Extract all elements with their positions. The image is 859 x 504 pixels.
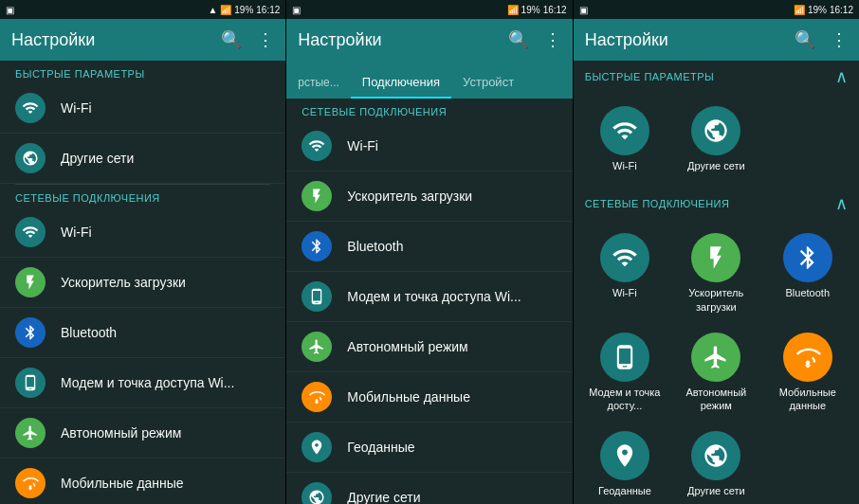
grid-boost-3[interactable]: Ускоритель загрузки xyxy=(672,225,759,321)
geo-label-2: Геоданные xyxy=(347,440,414,455)
list-item-othernet-2[interactable]: Другие сети xyxy=(286,473,572,504)
bt-icon-1 xyxy=(15,317,46,348)
page-title-3: Настройки xyxy=(585,30,795,50)
net-section-header-2: СЕТЕВЫЕ ПОДКЛЮЧЕНИЯ xyxy=(286,99,572,121)
list-item-wifi-1[interactable]: Wi-Fi xyxy=(0,207,285,258)
top-bar-icons-3: 🔍 ⋮ xyxy=(795,29,848,50)
quick-othernet-label-1: Другие сети xyxy=(61,151,134,166)
othernet-grid-icon-3 xyxy=(691,431,740,480)
status-left-3: ▣ xyxy=(579,5,588,15)
status-right-3: 📶 19% 16:12 xyxy=(794,5,853,15)
list-item-quick-othernet-1[interactable]: Другие сети xyxy=(0,134,285,184)
list-item-modem-2[interactable]: Модем и точка доступа Wi... xyxy=(286,272,572,322)
battery-level-2: 19% xyxy=(521,5,540,15)
status-right-2: 📶 19% 16:12 xyxy=(507,5,567,15)
time-2: 16:12 xyxy=(543,5,567,15)
search-icon-3[interactable]: 🔍 xyxy=(795,29,815,50)
more-icon-2[interactable]: ⋮ xyxy=(544,29,561,50)
status-right-1: ▲ 📶 19% 16:12 xyxy=(208,5,280,15)
bt-grid-icon-3 xyxy=(783,233,832,282)
battery-level-3: 19% xyxy=(808,5,827,15)
net-collapse-icon-3[interactable]: ∧ xyxy=(835,193,848,214)
list-item-airplane-1[interactable]: Автономный режим xyxy=(0,408,285,459)
tab-connections-2[interactable]: Подключения xyxy=(351,67,451,99)
panel-3: ▣ 📶 19% 16:12 Настройки 🔍 ⋮ БЫСТРЫЕ ПАРА… xyxy=(574,0,859,504)
more-icon-3[interactable]: ⋮ xyxy=(831,29,848,50)
quick-section-row-3: БЫСТРЫЕ ПАРАМЕТРЫ ∧ xyxy=(574,61,859,91)
list-item-mobile-2[interactable]: Мобильные данные xyxy=(286,372,572,423)
list-item-boost-2[interactable]: Ускоритель загрузки xyxy=(286,171,572,222)
page-title-1: Настройки xyxy=(11,30,221,50)
wifi-grid-label-3: Wi-Fi xyxy=(612,286,637,299)
sim-icon-3: ▣ xyxy=(579,5,588,15)
list-item-geo-2[interactable]: Геоданные xyxy=(286,423,572,473)
modem-grid-icon-3 xyxy=(600,333,649,382)
boost-grid-icon-3 xyxy=(691,233,740,282)
net-section-row-3: СЕТЕВЫЕ ПОДКЛЮЧЕНИЯ ∧ xyxy=(574,188,859,218)
grid-wifi-quick-3[interactable]: Wi-Fi xyxy=(581,99,668,180)
grid-mobile-3[interactable]: Мобильные данные xyxy=(764,325,851,421)
grid-wifi-3[interactable]: Wi-Fi xyxy=(581,225,668,321)
wifi-label-2: Wi-Fi xyxy=(347,138,378,153)
grid-othernet-quick-3[interactable]: Другие сети xyxy=(672,99,759,180)
modem-icon-1 xyxy=(15,368,46,398)
quick-collapse-icon-3[interactable]: ∧ xyxy=(835,66,848,87)
status-bar-1: ▣ ▲ 📶 19% 16:12 xyxy=(0,0,285,19)
search-icon-1[interactable]: 🔍 xyxy=(221,29,242,50)
list-item-boost-1[interactable]: Ускоритель загрузки xyxy=(0,258,285,308)
modem-label-1: Модем и точка доступа Wi... xyxy=(61,375,234,390)
othernet-grid-icon-quick-3 xyxy=(691,106,740,155)
bt-label-1: Bluetooth xyxy=(61,325,117,340)
boost-label-2: Ускоритель загрузки xyxy=(347,189,472,204)
list-item-wifi-2[interactable]: Wi-Fi xyxy=(286,121,572,171)
airplane-grid-label-3: Автономный режим xyxy=(676,386,756,413)
grid-geo-3[interactable]: Геоданные xyxy=(581,423,668,504)
status-left-2: ▣ xyxy=(292,5,301,15)
search-icon-2[interactable]: 🔍 xyxy=(508,29,529,50)
list-item-modem-1[interactable]: Модем и точка доступа Wi... xyxy=(0,358,285,408)
top-bar-3: Настройки 🔍 ⋮ xyxy=(574,19,859,61)
grid-othernet-3[interactable]: Другие сети xyxy=(672,423,759,504)
grid-bt-3[interactable]: Bluetooth xyxy=(764,225,851,321)
scroll-content-3: БЫСТРЫЕ ПАРАМЕТРЫ ∧ Wi-Fi Другие сети СЕ… xyxy=(574,61,859,504)
list-item-bt-1[interactable]: Bluetooth xyxy=(0,308,285,358)
othernet-icon-quick-1 xyxy=(15,143,46,173)
boost-icon-1 xyxy=(15,267,46,297)
airplane-label-2: Автономный режим xyxy=(347,339,467,354)
sim-icon-2: ▣ xyxy=(292,5,301,15)
geo-icon-2 xyxy=(302,432,332,462)
quick-section-header-3: БЫСТРЫЕ ПАРАМЕТРЫ xyxy=(585,71,715,82)
mobile-icon-2 xyxy=(302,382,332,412)
mobile-label-2: Мобильные данные xyxy=(347,389,470,405)
bt-label-2: Bluetooth xyxy=(347,239,403,254)
boost-grid-label-3: Ускоритель загрузки xyxy=(676,286,756,314)
othernet-icon-2 xyxy=(302,482,332,504)
top-bar-1: Настройки 🔍 ⋮ xyxy=(0,19,285,61)
wifi-status-icon: ▲ xyxy=(208,5,217,15)
status-bar-3: ▣ 📶 19% 16:12 xyxy=(574,0,859,19)
wifi-icon-1 xyxy=(15,217,46,247)
boost-icon-2 xyxy=(302,181,332,211)
wifi-label-1: Wi-Fi xyxy=(61,225,92,240)
signal-icon-2: 📶 xyxy=(507,5,519,15)
modem-icon-2 xyxy=(302,281,332,312)
grid-airplane-3[interactable]: Автономный режим xyxy=(672,325,759,421)
tab-devices-2[interactable]: Устройст xyxy=(451,67,525,99)
scroll-content-2: СЕТЕВЫЕ ПОДКЛЮЧЕНИЯ Wi-Fi Ускоритель заг… xyxy=(286,99,572,504)
othernet-grid-label-3: Другие сети xyxy=(687,484,745,497)
net-section-header-3: СЕТЕВЫЕ ПОДКЛЮЧЕНИЯ xyxy=(585,198,730,209)
more-icon-1[interactable]: ⋮ xyxy=(257,29,274,50)
status-left-1: ▣ xyxy=(6,5,14,15)
tab-quick-2[interactable]: рстые... xyxy=(286,68,350,99)
geo-grid-icon-3 xyxy=(600,431,649,480)
grid-modem-3[interactable]: Модем и точка досту... xyxy=(581,325,668,421)
list-item-bt-2[interactable]: Bluetooth xyxy=(286,222,572,272)
signal-icon: 📶 xyxy=(220,5,231,15)
wifi-icon-quick-1 xyxy=(15,93,46,123)
sim-icon: ▣ xyxy=(6,5,14,15)
scroll-content-1: БЫСТРЫЕ ПАРАМЕТРЫ Wi-Fi Другие сети СЕТЕ… xyxy=(0,61,285,504)
list-item-mobile-1[interactable]: Мобильные данные xyxy=(0,459,285,504)
top-bar-icons-1: 🔍 ⋮ xyxy=(221,29,274,50)
list-item-quick-wifi-1[interactable]: Wi-Fi xyxy=(0,83,285,134)
list-item-airplane-2[interactable]: Автономный режим xyxy=(286,322,572,372)
